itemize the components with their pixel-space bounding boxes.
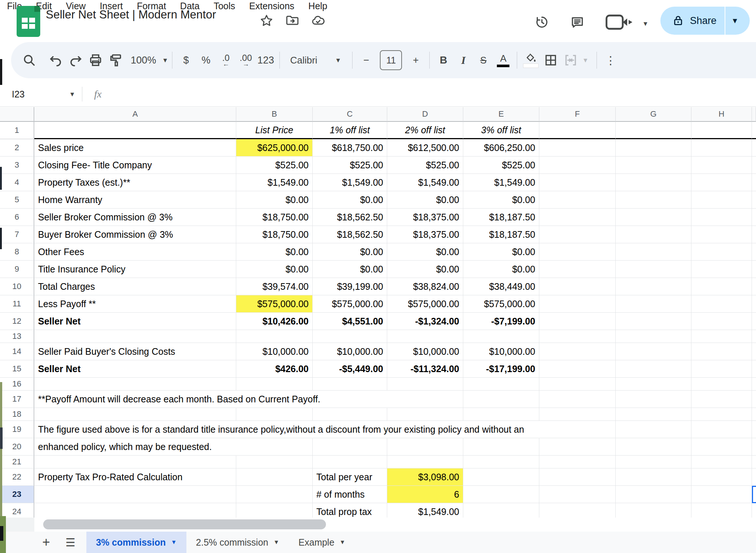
merge-caret-icon[interactable]: ▼ (582, 57, 588, 63)
increase-decimal-button[interactable]: .00→ (236, 49, 256, 71)
menu-extensions[interactable]: Extensions (242, 0, 301, 12)
cell-I22[interactable] (752, 468, 756, 486)
cell-B6[interactable]: $18,750.00 (236, 209, 313, 226)
cell-C14[interactable]: $10,000.00 (313, 343, 387, 360)
cloud-check-icon[interactable] (311, 13, 326, 28)
cell-A15[interactable]: Seller Net (34, 360, 236, 378)
row-header-22[interactable]: 22 (0, 468, 34, 486)
cell-A1[interactable] (34, 122, 236, 139)
cell-C9[interactable]: $0.00 (313, 261, 387, 278)
cell-B15[interactable]: $426.00 (236, 360, 313, 378)
cell-C5[interactable]: $0.00 (313, 191, 387, 209)
cell-G14[interactable] (616, 343, 691, 360)
cell-A19[interactable]: The figure used above is for a standard … (34, 421, 236, 438)
cell-F14[interactable] (539, 343, 616, 360)
row-header-15[interactable]: 15 (0, 360, 34, 378)
cell-E9[interactable]: $0.00 (463, 261, 539, 278)
sheet-tab-2-5-commission[interactable]: 2.5% commission▼ (186, 532, 289, 553)
cell-G18[interactable] (616, 408, 691, 421)
cell-A3[interactable]: Closing Fee- Title Company (34, 157, 236, 174)
cell-F2[interactable] (539, 139, 616, 157)
cell-C11[interactable]: $575,000.00 (313, 295, 387, 313)
row-header-21[interactable]: 21 (0, 456, 34, 468)
cell-F3[interactable] (539, 157, 616, 174)
cell-B14[interactable]: $10,000.00 (236, 343, 313, 360)
row-header-9[interactable]: 9 (0, 261, 34, 278)
cell-E6[interactable]: $18,187.50 (463, 209, 539, 226)
cell-B24[interactable] (236, 503, 313, 518)
cell-G22[interactable] (616, 468, 691, 486)
cell-B21[interactable] (236, 456, 313, 468)
version-history-icon[interactable] (535, 15, 549, 30)
cell-H13[interactable] (691, 330, 752, 343)
cell-B7[interactable]: $18,750.00 (236, 226, 313, 243)
cell-B3[interactable]: $525.00 (236, 157, 313, 174)
cell-C12[interactable]: $4,551.00 (313, 313, 387, 330)
cell-A7[interactable]: Buyer Broker Commission @ 3% (34, 226, 236, 243)
cell-H1[interactable] (691, 122, 752, 139)
decrease-font-size-button[interactable]: − (356, 49, 376, 71)
cell-D22[interactable]: $3,098.00 (387, 468, 463, 486)
fill-color-button[interactable] (521, 49, 541, 71)
move-folder-icon[interactable] (285, 13, 300, 28)
cell-F12[interactable] (539, 313, 616, 330)
sheet-tab-caret-icon[interactable]: ▼ (171, 539, 177, 545)
cell-H19[interactable] (691, 421, 752, 438)
cell-B13[interactable] (236, 330, 313, 343)
video-call-caret-icon[interactable]: ▼ (642, 21, 649, 27)
sheet-tab-caret-icon[interactable]: ▼ (274, 539, 279, 545)
cell-G13[interactable] (616, 330, 691, 343)
cell-C16[interactable] (313, 378, 387, 391)
cell-E1[interactable]: 3% off list (463, 122, 539, 139)
cell-B1[interactable]: List Price (236, 122, 313, 139)
cell-G5[interactable] (616, 191, 691, 209)
cell-E14[interactable]: $10,000.00 (463, 343, 539, 360)
cell-G15[interactable] (616, 360, 691, 378)
comments-icon[interactable] (570, 15, 585, 30)
row-header-19[interactable]: 19 (0, 421, 34, 438)
cell-I14[interactable] (752, 343, 756, 360)
cell-D5[interactable]: $0.00 (387, 191, 463, 209)
all-sheets-menu-icon[interactable]: ☰ (58, 532, 83, 553)
cell-A14[interactable]: Seller Paid Buyer's Closing Costs (34, 343, 236, 360)
cell-B12[interactable]: $10,426.00 (236, 313, 313, 330)
row-header-6[interactable]: 6 (0, 209, 34, 226)
cell-C2[interactable]: $618,750.00 (313, 139, 387, 157)
row-header-17[interactable]: 17 (0, 391, 34, 408)
font-family-select[interactable]: Calibri (290, 55, 317, 66)
cell-G9[interactable] (616, 261, 691, 278)
cell-H3[interactable] (691, 157, 752, 174)
cell-A2[interactable]: Sales price (34, 139, 236, 157)
cell-H7[interactable] (691, 226, 752, 243)
cell-F5[interactable] (539, 191, 616, 209)
cell-D11[interactable]: $575,000.00 (387, 295, 463, 313)
cell-E20[interactable] (463, 438, 539, 456)
font-caret-icon[interactable]: ▼ (335, 57, 341, 63)
cell-I15[interactable] (752, 360, 756, 378)
cell-H9[interactable] (691, 261, 752, 278)
cell-I19[interactable] (752, 421, 756, 438)
cell-C22[interactable]: Total per year (313, 468, 387, 486)
cell-D3[interactable]: $525.00 (387, 157, 463, 174)
cell-D17[interactable] (387, 391, 463, 408)
cell-G4[interactable] (616, 174, 691, 191)
cell-B8[interactable]: $0.00 (236, 243, 313, 261)
column-header-C[interactable]: C (313, 107, 387, 122)
row-header-13[interactable]: 13 (0, 330, 34, 343)
search-menus-icon[interactable] (19, 49, 39, 71)
sheet-tab-caret-icon[interactable]: ▼ (340, 539, 346, 545)
cell-B20[interactable] (236, 438, 313, 456)
cell-I17[interactable] (752, 391, 756, 408)
cell-D21[interactable] (387, 456, 463, 468)
cell-H20[interactable] (691, 438, 752, 456)
row-header-23[interactable]: 23 (0, 486, 34, 503)
sheet-tab-example[interactable]: Example▼ (289, 532, 355, 553)
cell-E22[interactable] (463, 468, 539, 486)
cell-G24[interactable] (616, 503, 691, 518)
cell-I5[interactable] (752, 191, 756, 209)
cell-H6[interactable] (691, 209, 752, 226)
cell-A8[interactable]: Other Fees (34, 243, 236, 261)
cell-G10[interactable] (616, 278, 691, 295)
row-header-7[interactable]: 7 (0, 226, 34, 243)
cell-I9[interactable] (752, 261, 756, 278)
